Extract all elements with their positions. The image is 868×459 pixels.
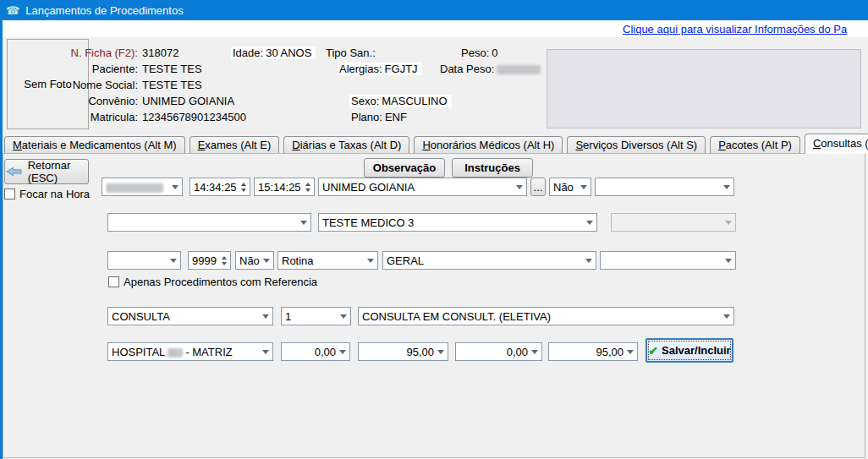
origem-select[interactable]: GERAL — [382, 251, 596, 270]
instrucoes-button[interactable]: Instruções — [452, 158, 533, 178]
quant-dias-spinner[interactable]: 999999 — [188, 251, 231, 270]
tab-hotkey: D — [292, 139, 299, 151]
convenio-more-button[interactable]: ... — [530, 178, 546, 196]
observacao-button[interactable]: Observação — [364, 158, 445, 178]
salvar-incluir-button[interactable]: ✔ Salvar/Incluir — [646, 338, 733, 363]
observacao-label: Observação — [373, 161, 436, 174]
data-f6-redacted-value — [106, 181, 168, 194]
unidade-redacted-part — [168, 348, 183, 358]
valor-convenio-field[interactable]: 95,00 — [358, 342, 448, 361]
tab-exames[interactable]: Exames (Alt E) — [190, 136, 280, 153]
tipo-san-label: Tipo San.: — [326, 46, 376, 59]
focar-na-hora-checkbox[interactable]: Focar na Hora — [4, 188, 90, 200]
procedimento-select[interactable]: CONSULTA EM CONSULT. (ELETIVA) — [358, 307, 734, 325]
prioridade-select[interactable] — [600, 251, 736, 270]
checkbox-box — [108, 276, 119, 287]
header-empty-panel — [547, 49, 861, 128]
patient-info-link[interactable]: Clique aqui para visualizar Informações … — [623, 23, 847, 36]
data-f6-select[interactable] — [102, 178, 183, 196]
sexo-value: MASCULINO — [382, 95, 447, 107]
tab-pacotes[interactable]: Pacotes (Alt P) — [710, 136, 800, 153]
nome-medico-value: TESTE MEDICO 3 — [322, 216, 583, 229]
tab-hotkey: M — [13, 139, 22, 151]
valor-paciente-field[interactable]: 0,00 — [455, 342, 542, 361]
nome-social-label: Nome Social: — [17, 79, 138, 91]
consultas-tab-panel — [3, 153, 865, 458]
paciente-value: TESTE TES — [142, 63, 202, 75]
matricula-select — [611, 213, 736, 232]
procedimento-value: CONSULTA EM CONSULT. (ELETIVA) — [362, 310, 720, 323]
window-title: Lançamentos de Procedimentos — [25, 4, 183, 17]
tab-label: onorários Médicos (Alt H) — [431, 139, 555, 151]
grupo-lancamento-select[interactable] — [595, 178, 734, 196]
idade-field: Idade:30 ANOS — [231, 46, 316, 59]
chevron-down-icon — [723, 185, 730, 189]
horario-esp-select[interactable]: Não — [549, 178, 591, 196]
nome-medico-select[interactable]: TESTE MEDICO 3 — [318, 213, 597, 232]
tab-label: iárias e Taxas (Alt D) — [300, 139, 402, 151]
chevron-down-icon — [170, 259, 177, 263]
rotina-emergencia-select[interactable]: Rotina — [277, 251, 378, 270]
tab-consultas[interactable]: Consultas (Alt C) — [805, 134, 868, 154]
idade-value: 30 ANOS — [266, 46, 311, 59]
peso-field: Peso:0 — [461, 46, 500, 59]
chevron-down-icon — [725, 221, 732, 225]
tab-hotkey: H — [422, 139, 430, 151]
chevron-down-icon — [300, 221, 307, 225]
hora-inicial-value: 14:34:25 — [194, 181, 237, 194]
chevron-down-icon — [725, 259, 732, 263]
valor-convenio-value: 95,00 — [362, 346, 434, 358]
peso-value: 0 — [492, 46, 497, 59]
sexo-field: Sexo:MASCULINO — [349, 95, 452, 107]
codigo-proc-value: 1 — [285, 310, 337, 323]
unidade-select[interactable]: HOSPITAL- MATRIZ — [107, 342, 273, 361]
chevron-down-icon — [627, 350, 634, 354]
data-peso-redacted-value — [497, 65, 541, 74]
tab-diarias-e-taxas[interactable]: Diárias e Taxas (Alt D) — [283, 136, 409, 153]
convenio-value: UNIMED GOIANIA — [322, 181, 513, 194]
spinner-arrows-icon[interactable] — [222, 256, 227, 265]
tab-hotkey: E — [198, 139, 206, 151]
salvar-incluir-label: Salvar/Incluir — [662, 344, 731, 357]
total-ch-field[interactable]: 0,00 — [281, 342, 350, 361]
tab-servicos-diversos[interactable]: Serviços Diversos (Alt S) — [567, 136, 706, 153]
title-bar: ☎ Lançamentos de Procedimentos — [0, 0, 868, 20]
unidade-value: HOSPITAL- MATRIZ — [112, 346, 259, 358]
retornar-label: Retornar (ESC) — [28, 159, 88, 184]
back-arrow-icon — [5, 166, 23, 178]
chevron-down-icon — [586, 221, 593, 225]
chevron-down-icon — [262, 314, 269, 319]
codigo-proc-select[interactable]: 1 — [281, 307, 351, 325]
prestador-select[interactable] — [107, 213, 311, 232]
valor-total-field[interactable]: 95,00 — [548, 342, 638, 361]
convenio-select[interactable]: UNIMED GOIANIA — [318, 178, 527, 196]
chevron-down-icon — [531, 350, 538, 354]
hora-final-spinner[interactable]: 15:14:25 — [254, 178, 315, 196]
apenas-referencia-label: Apenas Procedimentos com Referencia — [124, 276, 317, 288]
ficha-label: N. Ficha (F2): — [17, 46, 138, 59]
hora-inicial-spinner[interactable]: 14:34:25 — [190, 178, 250, 196]
peso-label: Peso: — [461, 46, 489, 59]
historico-select[interactable]: CONSULTA — [107, 307, 273, 325]
convenio-header-label: Convênio: — [17, 95, 138, 107]
tab-label: onsultas (Alt C) — [821, 137, 868, 150]
tipo-san-field: Tipo San.: — [326, 46, 381, 59]
apenas-referencia-checkbox[interactable]: Apenas Procedimentos com Referencia — [108, 276, 317, 288]
data-peso-field: Data Peso: — [440, 63, 543, 75]
ultima-consulta-select[interactable] — [107, 251, 181, 270]
tab-honorarios-medicos[interactable]: Honorários Médicos (Alt H) — [414, 136, 563, 153]
agendada-value: Não — [239, 254, 260, 267]
spinner-arrows-icon[interactable] — [241, 183, 246, 192]
procedures-window: ☎ Lançamentos de Procedimentos Clique aq… — [0, 0, 868, 459]
plano-value: ENF — [385, 111, 407, 123]
chevron-down-icon — [339, 350, 346, 354]
spinner-arrows-icon[interactable] — [305, 183, 310, 192]
tab-materiais-e-medicamentos[interactable]: Materiais e Medicamentos (Alt M) — [4, 136, 185, 153]
chevron-down-icon — [437, 350, 444, 354]
chevron-down-icon — [262, 350, 269, 354]
chevron-down-icon — [585, 259, 592, 263]
agendada-select[interactable]: Não — [235, 251, 274, 270]
retornar-button[interactable]: Retornar (ESC) — [4, 159, 89, 184]
instrucoes-label: Instruções — [464, 161, 520, 174]
nome-social-value: TESTE TES — [142, 79, 202, 91]
